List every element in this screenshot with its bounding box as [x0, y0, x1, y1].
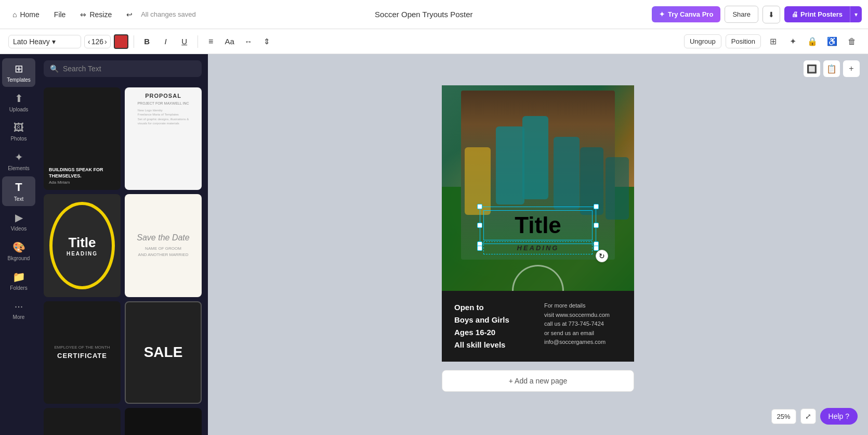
poster-contact-line3: call us at 773-745-7424 — [544, 319, 622, 329]
bottombar: 25% ⤢ Help ? — [771, 408, 858, 425]
canvas-add-button[interactable]: + — [843, 60, 860, 77]
rotate-handle-area: ↻ — [596, 250, 608, 262]
handle-tl[interactable] — [477, 204, 482, 209]
poster-contact-line2: visit www.soccermdu.com — [544, 311, 622, 320]
file-button[interactable]: File — [48, 7, 72, 22]
undo-icon: ↩ — [126, 10, 133, 19]
canva-pro-star-icon: ✦ — [659, 10, 665, 18]
help-button[interactable]: Help ? — [820, 408, 858, 425]
folders-icon: 📁 — [12, 271, 25, 283]
letter-spacing-button[interactable]: ↔ — [241, 34, 256, 49]
canvas-square-button[interactable]: 🔲 — [804, 60, 820, 77]
print-caret-button[interactable]: ▾ — [850, 6, 862, 22]
template-card-savedate[interactable]: Save the Date NAME OF GROOMAND ANOTHER M… — [125, 194, 202, 297]
lock-button[interactable]: 🔒 — [805, 34, 820, 49]
template-card-circle[interactable]: Title HEADING — [44, 194, 121, 297]
canvas-wrapper: Title HEADING ↻ — [442, 85, 634, 392]
sidebar-item-uploads[interactable]: ⬆ Uploads — [2, 88, 35, 117]
template-card-buildings[interactable]: BUILDINGS SPEAK FOR THEMSELVES. Ada Miri… — [44, 87, 121, 190]
template-card-proposal[interactable]: PROPOSAL PROJECT FOR MAXWELL INC New Log… — [125, 87, 202, 190]
poster-contact-line4: or send us an email — [544, 329, 622, 338]
cert-subtitle: EMPLOYEE OF THE MONTH — [55, 345, 110, 350]
zoom-level: 25% — [771, 409, 796, 424]
handle-heading-ml[interactable] — [477, 246, 482, 251]
folders-label: Folders — [10, 285, 27, 291]
print-button[interactable]: 🖨 Print Posters — [784, 6, 850, 22]
case-button[interactable]: Aa — [222, 34, 238, 49]
magic-button[interactable]: ✦ — [785, 34, 800, 49]
poster-title-text: Title — [490, 214, 586, 237]
sale-text: SALE — [144, 344, 183, 361]
savedate-title: Save the Date — [137, 233, 189, 242]
buildings-headline: BUILDINGS SPEAK FOR THEMSELVES. — [49, 167, 115, 179]
font-size-up-icon: › — [104, 37, 107, 46]
caret-down-icon: ▾ — [854, 11, 858, 18]
text-label: Text — [14, 196, 23, 202]
sidebar-item-videos[interactable]: ▶ Videos — [2, 207, 35, 236]
font-family-select[interactable]: Lato Heavy ▾ — [8, 35, 81, 48]
templates-icon: ⊞ — [15, 62, 23, 75]
poster-heading-text: HEADING — [490, 244, 586, 252]
handle-tr[interactable] — [594, 204, 599, 209]
resize-button[interactable]: ⇔ Resize — [74, 7, 118, 22]
template-card-spirit[interactable]: SPIRITNIGHT Blast your spirit and show o… — [125, 408, 202, 435]
font-size-select[interactable]: ‹ 126 › — [84, 35, 111, 48]
background-icon: 🎨 — [12, 241, 25, 253]
more-icon: ··· — [15, 300, 23, 312]
download-button[interactable]: ⬇ — [762, 6, 780, 23]
sidebar-item-background[interactable]: 🎨 Bkground — [2, 237, 35, 265]
sidebar-item-more[interactable]: ··· More — [2, 296, 35, 324]
home-label: Home — [20, 10, 39, 19]
print-icon: 🖨 — [792, 10, 798, 18]
ungroup-button[interactable]: Ungroup — [684, 34, 721, 48]
sidebar-item-templates[interactable]: ⊞ Templates — [2, 58, 35, 87]
sidebar-item-photos[interactable]: 🖼 Photos — [2, 118, 35, 146]
poster[interactable]: Title HEADING ↻ — [442, 85, 634, 362]
photos-label: Photos — [10, 136, 27, 142]
separator-2 — [198, 35, 198, 48]
poster-top-section: Title HEADING ↻ — [442, 85, 634, 291]
file-label: File — [54, 10, 66, 19]
sidebar-item-text[interactable]: T Text — [2, 176, 35, 206]
resize-icon: ⇔ — [80, 10, 86, 19]
handle-mr[interactable] — [594, 223, 599, 228]
text-color-button[interactable] — [114, 34, 128, 49]
main-content: ⊞ Templates ⬆ Uploads 🖼 Photos ✦ Element… — [0, 54, 868, 435]
proposal-subtitle: PROJECT FOR MAXWELL INC — [137, 101, 189, 106]
template-card-baby[interactable]: THEO & KATE are having a BABYBOY! — [44, 408, 121, 435]
sidebar-item-folders[interactable]: 📁 Folders — [2, 266, 35, 295]
elements-icon: ✦ — [15, 151, 23, 163]
saved-status: All changes saved — [141, 10, 196, 18]
share-button[interactable]: Share — [725, 6, 758, 23]
try-canva-pro-button[interactable]: ✦ Try Canva Pro — [652, 6, 720, 22]
italic-button[interactable]: I — [158, 34, 174, 49]
photos-icon: 🖼 — [14, 122, 24, 134]
home-button[interactable]: ⌂ Home — [6, 7, 46, 22]
undo-button[interactable]: ↩ — [120, 7, 139, 22]
zoom-fit-button[interactable]: ⤢ — [800, 408, 816, 424]
search-icon: 🔍 — [50, 65, 59, 73]
underline-button[interactable]: U — [177, 34, 192, 49]
position-button[interactable]: Position — [726, 34, 761, 48]
accessibility-button[interactable]: ♿ — [824, 34, 840, 49]
poster-bottom-section: Open to Boys and Girls Ages 16-20 All sk… — [442, 291, 634, 362]
canvas-toolbar: 🔲 📋 + — [804, 60, 860, 77]
sidebar-icons: ⊞ Templates ⬆ Uploads 🖼 Photos ✦ Element… — [0, 54, 37, 435]
font-size-down-icon: ‹ — [88, 37, 90, 46]
line-height-button[interactable]: ⇕ — [259, 34, 275, 49]
template-card-certificate[interactable]: EMPLOYEE OF THE MONTH CERTIFICATE — [44, 301, 121, 404]
handle-ml[interactable] — [477, 223, 482, 228]
sidebar-item-elements[interactable]: ✦ Elements — [2, 147, 35, 175]
align-button[interactable]: ≡ — [203, 34, 219, 49]
print-button-group: 🖨 Print Posters ▾ — [784, 6, 862, 22]
rotate-handle[interactable]: ↻ — [596, 250, 608, 262]
poster-left-info: Open to Boys and Girls Ages 16-20 All sk… — [454, 301, 532, 351]
canvas-copy-button[interactable]: 📋 — [823, 60, 840, 77]
delete-button[interactable]: 🗑 — [844, 34, 860, 49]
search-input[interactable] — [63, 65, 195, 73]
poster-title-block[interactable]: Title HEADING — [483, 210, 593, 254]
template-card-sale[interactable]: SALE — [125, 301, 202, 404]
grid-icon-button[interactable]: ⊞ — [765, 34, 781, 49]
add-page-button[interactable]: + Add a new page — [442, 370, 634, 392]
bold-button[interactable]: B — [139, 34, 155, 49]
